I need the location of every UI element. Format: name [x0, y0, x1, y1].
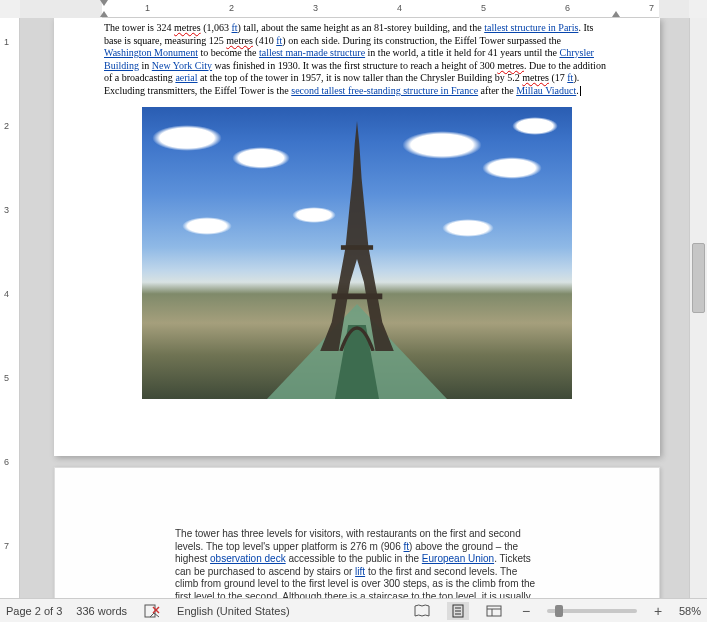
spellcheck-word[interactable]: metres	[497, 60, 524, 71]
svg-rect-1	[332, 294, 383, 300]
inserted-image-eiffel[interactable]	[142, 107, 572, 399]
proofing-icon[interactable]	[141, 602, 163, 620]
link-observation-deck[interactable]: observation deck	[210, 553, 286, 564]
eiffel-tower-graphic	[292, 121, 422, 351]
link-millau-viaduct[interactable]: Millau Viaduct	[516, 85, 576, 96]
horizontal-ruler[interactable]	[20, 0, 689, 18]
svg-rect-0	[341, 245, 373, 250]
scrollbar-thumb[interactable]	[692, 243, 705, 313]
text-cursor	[580, 86, 581, 96]
status-language[interactable]: English (United States)	[177, 605, 290, 617]
spellcheck-word[interactable]: metres	[226, 35, 253, 46]
status-bar: Page 2 of 3 336 words English (United St…	[0, 598, 707, 622]
link-tallest-manmade[interactable]: tallest man-made structure	[259, 47, 365, 58]
page-body[interactable]: The tower has three levels for visitors,…	[175, 528, 539, 598]
link-second-tallest-france[interactable]: second tallest free-standing structure i…	[291, 85, 478, 96]
link-european-union[interactable]: European Union	[422, 553, 494, 564]
document-page-2[interactable]: The tower has three levels for visitors,…	[54, 467, 660, 598]
vertical-scrollbar[interactable]	[689, 18, 707, 598]
view-web-layout-icon[interactable]	[483, 602, 505, 620]
link-lift[interactable]: lift	[355, 566, 365, 577]
vertical-ruler[interactable]	[0, 18, 20, 598]
page-body[interactable]: The tower is 324 metres (1,063 ft) tall,…	[54, 18, 660, 409]
status-word-count[interactable]: 336 words	[76, 605, 127, 617]
zoom-slider-thumb[interactable]	[555, 605, 563, 617]
zoom-slider[interactable]	[547, 609, 637, 613]
document-page-1[interactable]: The tower is 324 metres (1,063 ft) tall,…	[54, 18, 660, 456]
document-canvas[interactable]: The tower is 324 metres (1,063 ft) tall,…	[20, 18, 689, 598]
paragraph-visitors-levels[interactable]: The tower has three levels for visitors,…	[175, 528, 539, 598]
paragraph-tower-height[interactable]: The tower is 324 metres (1,063 ft) tall,…	[104, 22, 610, 97]
link-tallest-paris[interactable]: tallest structure in Paris	[484, 22, 578, 33]
link-washington-monument[interactable]: Washington Monument	[104, 47, 198, 58]
view-read-mode-icon[interactable]	[411, 602, 433, 620]
zoom-in-button[interactable]: +	[651, 603, 665, 619]
zoom-out-button[interactable]: −	[519, 603, 533, 619]
spellcheck-word[interactable]: metres	[522, 72, 549, 83]
link-nyc[interactable]: New York City	[152, 60, 212, 71]
link-aerial[interactable]: aerial	[175, 72, 197, 83]
status-zoom-level[interactable]: 58%	[679, 605, 701, 617]
view-print-layout-icon[interactable]	[447, 602, 469, 620]
status-page[interactable]: Page 2 of 3	[6, 605, 62, 617]
svg-rect-7	[487, 606, 501, 616]
spellcheck-word[interactable]: metres	[174, 22, 201, 33]
